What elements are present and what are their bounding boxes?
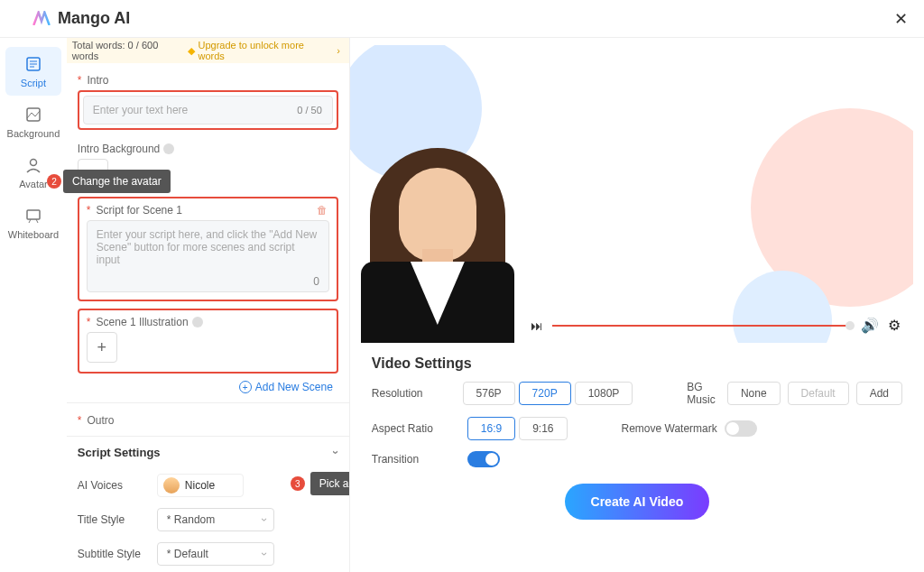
res-1080p[interactable]: 1080P [575,382,633,405]
play-next-icon[interactable]: ⏭ [531,318,543,333]
bg-music-label: BG Music [687,381,720,406]
sidebar-item-whiteboard[interactable]: Whiteboard [5,198,61,247]
sidebar-item-script[interactable]: Script [5,47,61,96]
word-count: Total words: 0 / 600 words [72,40,188,61]
svg-point-5 [30,160,36,166]
ai-voices-label: AI Voices [78,479,150,492]
sidebar-label: Script [21,78,46,88]
intro-label: *Intro [78,74,338,87]
subtitle-style-select[interactable]: * Default [157,542,274,566]
volume-icon[interactable]: 🔊 [861,317,879,334]
chevron-down-icon: › [329,450,343,454]
close-icon[interactable]: ✕ [894,9,908,29]
script-settings-toggle[interactable]: Script Settings › [67,437,349,468]
create-video-button[interactable]: Create AI Video [565,484,709,520]
video-settings-title: Video Settings [372,355,902,372]
background-icon [23,105,43,125]
help-icon[interactable] [192,317,203,328]
tip-badge-3: 3 [291,476,305,491]
sidebar-label: Background [7,128,60,139]
sidebar-label: Whiteboard [8,229,59,240]
plus-icon: + [239,381,252,393]
chevron-right-icon: › [337,45,340,56]
app-logo: Mango AI [32,9,130,28]
outro-label: *Outro [78,414,338,427]
illustration-label: *Scene 1 Illustration [87,316,329,328]
help-icon[interactable] [163,143,174,154]
tip-change-avatar: Change the avatar [63,170,171,193]
subtitle-style-label: Subtitle Style [78,548,150,560]
delete-scene-icon[interactable]: 🗑 [317,204,328,217]
voice-selector[interactable]: Nicole [157,474,244,497]
watermark-toggle[interactable] [725,420,757,437]
aspect-16-9[interactable]: 16:9 [467,417,515,440]
voice-avatar-icon [163,477,180,494]
avatar-icon [23,155,43,175]
intro-char-count: 0 / 50 [297,105,322,115]
svg-rect-6 [27,210,40,219]
timeline-slider[interactable] [552,325,852,327]
bg-none[interactable]: None [727,382,781,405]
scene-script-input[interactable]: Enter your script here, and click the "A… [87,220,329,292]
video-preview: ⏭ 🔊 ⚙ [350,45,913,343]
title-style-label: Title Style [78,513,150,526]
aspect-9-16[interactable]: 9:16 [519,417,567,440]
watermark-label: Remove Watermark [622,422,717,435]
sidebar-item-background[interactable]: Background [5,97,61,146]
add-new-scene-button[interactable]: + Add New Scene [67,375,349,399]
diamond-icon: ◆ [188,45,195,57]
avatar-figure [352,144,523,343]
script-icon [23,54,43,74]
upgrade-link[interactable]: ◆ Upgrade to unlock more words › [188,40,340,61]
logo-mark-icon [32,11,51,27]
add-illustration-button[interactable]: + [87,332,117,363]
tip-badge-2: 2 [47,174,61,189]
bg-default[interactable]: Default [788,382,849,405]
tip-pick-voice: Pick a desired AI voice [310,472,350,495]
intro-input[interactable] [83,96,333,125]
aspect-label: Aspect Ratio [372,422,449,435]
scene-label: *Script for Scene 1 [87,204,329,217]
whiteboard-icon [23,206,43,226]
bg-add[interactable]: Add [856,382,902,405]
brand-name: Mango AI [58,9,130,28]
gear-icon[interactable]: ⚙ [888,317,901,334]
title-style-select[interactable]: * Random [157,508,274,531]
res-576p[interactable]: 576P [463,382,515,405]
transition-toggle[interactable] [467,451,500,467]
res-720p[interactable]: 720P [519,382,571,405]
scene-char-count: 0 [313,275,319,288]
transition-label: Transition [372,453,449,466]
sidebar-label: Avatar [19,179,48,189]
resolution-label: Resolution [372,387,445,400]
intro-bg-label: Intro Background [78,143,338,155]
